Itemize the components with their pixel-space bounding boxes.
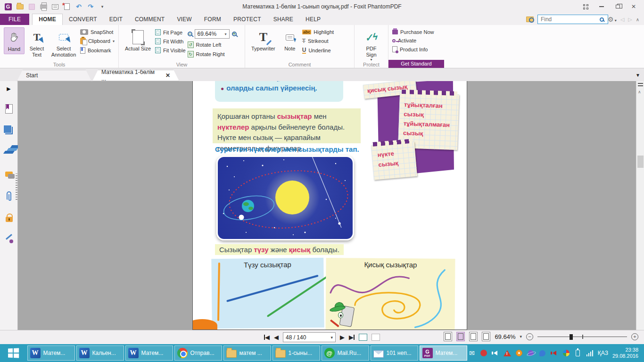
zoom-slider[interactable] [537, 333, 627, 340]
document-canvas[interactable]: білетін боласың, ●оларды салып үйренесің… [18, 81, 636, 330]
close-button[interactable]: ✕ [630, 3, 637, 10]
print-icon[interactable] [39, 3, 48, 10]
sidebar-signatures-button[interactable] [0, 230, 18, 248]
scroll-up-icon[interactable]: ∧ [638, 90, 641, 94]
ui-options-icon[interactable] [582, 3, 589, 10]
start-button[interactable] [0, 344, 26, 362]
tab-view[interactable]: VIEW [171, 14, 198, 25]
actual-size-button[interactable]: Actual Size [123, 27, 153, 53]
zoom-out-icon[interactable]: − [188, 32, 192, 36]
highlight-button[interactable]: abcHighlight [302, 29, 334, 35]
bookmark-button[interactable]: Bookmark [80, 47, 115, 54]
restore-button[interactable] [614, 3, 621, 10]
sidebar-expand-icon[interactable]: ▶ [0, 86, 17, 92]
tab-help[interactable]: HELP [299, 14, 327, 25]
email-icon[interactable] [51, 3, 59, 10]
get-standard-label[interactable]: Get Standard [388, 60, 444, 68]
note-button[interactable]: Note [280, 27, 300, 53]
page-number-input[interactable] [283, 332, 336, 342]
tray-volume-icon[interactable] [492, 349, 499, 357]
search-folder-icon[interactable] [526, 16, 534, 22]
facing-view-button[interactable] [469, 332, 478, 341]
language-indicator[interactable]: ҚАЗ [598, 350, 608, 356]
rotate-right-button[interactable]: ↻Rotate Right [188, 51, 237, 58]
zoom-out-button[interactable]: − [526, 333, 533, 340]
tray-mail-icon[interactable]: ✉ [468, 349, 476, 357]
split-view-handle[interactable] [638, 83, 643, 86]
search-icon[interactable] [600, 17, 604, 22]
doc-tab-current[interactable]: Математика 1-бөлім ... ✕ [92, 70, 179, 81]
clipboard-button[interactable]: Clipboard▾ [80, 38, 115, 44]
find-previous-icon[interactable]: ◁ [620, 16, 624, 23]
tray-planet-icon[interactable] [527, 349, 535, 357]
zoom-slider-thumb[interactable] [570, 334, 573, 340]
undo-icon[interactable]: ↶ [74, 3, 83, 10]
tray-orange-app-icon[interactable] [515, 349, 523, 357]
taskbar-word-1[interactable]: WМатем... [27, 346, 75, 361]
rotate-left-button[interactable]: ↺Rotate Left [188, 41, 237, 48]
previous-view-button[interactable] [359, 334, 367, 341]
sidebar-bookmarks-button[interactable] [0, 99, 18, 118]
last-page-button[interactable]: ▶ [349, 334, 355, 340]
snapshot-button[interactable]: SnapShot [80, 29, 115, 35]
tray-app-red-icon[interactable] [480, 349, 487, 357]
clock[interactable]: 23:38 29.08.2016 [612, 347, 638, 359]
save-icon[interactable] [27, 3, 36, 10]
tab-form[interactable]: FORM [198, 14, 227, 25]
page-number-combo[interactable]: ▾ [283, 332, 336, 342]
fit-width-button[interactable]: Fit Width [155, 38, 185, 44]
hand-tool-button[interactable]: Hand [4, 27, 25, 54]
doc-tab-start[interactable]: Start [17, 70, 91, 81]
taskbar-folder-2[interactable]: 1-сыны... [272, 346, 320, 361]
tray-network-icon[interactable] [586, 349, 594, 357]
gear-icon[interactable]: ⚙ ▾ [608, 16, 617, 23]
typewriter-button[interactable]: T Typewriter [249, 27, 278, 53]
minimize-button[interactable] [598, 3, 605, 10]
taskbar-mail[interactable]: 101 неп... [371, 346, 418, 361]
underline-button[interactable]: UUnderline [302, 47, 334, 54]
taskbar-folder-1[interactable]: матем ... [223, 346, 271, 361]
find-input[interactable] [537, 15, 608, 24]
tab-home[interactable]: HOME [32, 14, 63, 25]
pdf-sign-button[interactable]: ✓ϟ PDF Sign ▾ [358, 27, 384, 63]
single-page-view-button[interactable] [444, 332, 452, 341]
collapse-ribbon-icon[interactable]: ∧ [636, 17, 639, 22]
redo-icon[interactable]: ↷ [86, 3, 95, 10]
sidebar-security-button[interactable] [0, 208, 18, 227]
next-page-button[interactable]: ▶ [340, 334, 345, 340]
new-document-icon[interactable] [63, 3, 71, 10]
open-file-icon[interactable] [16, 3, 24, 10]
taskbar-mailru[interactable]: @Mail.Ru... [322, 346, 369, 361]
find-next-icon[interactable]: ▷ [628, 16, 632, 23]
select-annotation-button[interactable]: Select Annotation [49, 27, 78, 59]
foxit-logo-icon[interactable]: G [4, 3, 12, 10]
tray-messenger-icon[interactable] [539, 349, 546, 357]
sidebar-pages-button[interactable] [0, 121, 18, 140]
taskbar-chrome[interactable]: Отправ... [174, 346, 222, 361]
previous-page-button[interactable]: ◀ [274, 334, 279, 340]
strikeout-button[interactable]: TStrikeout [302, 38, 334, 44]
tab-file[interactable]: FILE [0, 14, 29, 25]
close-tab-icon[interactable]: ✕ [160, 72, 170, 79]
chevron-down-icon[interactable]: ▾ [520, 334, 522, 339]
tab-comment[interactable]: COMMENT [129, 14, 171, 25]
tray-warning-icon[interactable] [504, 349, 511, 357]
tab-list-dropdown-icon[interactable]: ▼ [636, 73, 640, 78]
tray-power-icon[interactable] [574, 349, 582, 357]
product-info-button[interactable]: Product Info [392, 46, 434, 52]
fit-visible-button[interactable]: Fit Visible [155, 47, 185, 53]
activate-button[interactable]: Activate [392, 38, 434, 43]
customize-toolbar-icon[interactable]: ▾ [98, 3, 107, 10]
taskbar-word-3[interactable]: WМатем... [125, 346, 173, 361]
purchase-now-button[interactable]: Purchase Now [392, 29, 434, 35]
continuous-view-button[interactable] [456, 332, 465, 341]
zoom-combobox[interactable]: 69.64%▾ [195, 29, 230, 39]
tab-protect[interactable]: PROTECT [227, 14, 267, 25]
zoom-in-button[interactable]: + [631, 333, 638, 340]
sidebar-layers-button[interactable] [0, 143, 18, 162]
tab-share[interactable]: SHARE [267, 14, 299, 25]
scrollbar-thumb[interactable] [637, 156, 644, 168]
tray-volume-red-icon[interactable] [551, 349, 558, 357]
tray-updater-icon[interactable] [562, 349, 570, 357]
taskbar-word-2[interactable]: WКальен... [76, 346, 124, 361]
